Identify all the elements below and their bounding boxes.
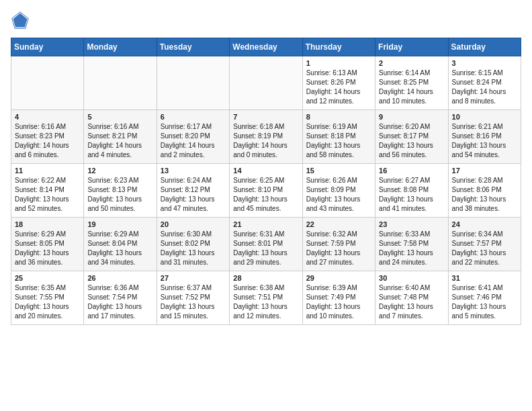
day-number: 26 (87, 274, 152, 282)
day-number: 1 (306, 59, 371, 67)
day-header-sunday: Sunday (11, 38, 84, 56)
calendar-week-2: 4Sunrise: 6:16 AM Sunset: 8:23 PM Daylig… (11, 110, 521, 164)
calendar-cell: 31Sunrise: 6:41 AM Sunset: 7:46 PM Dayli… (448, 271, 521, 325)
day-info: Sunrise: 6:31 AM Sunset: 8:01 PM Dayligh… (233, 230, 298, 267)
day-number: 18 (15, 220, 80, 228)
calendar-cell: 7Sunrise: 6:18 AM Sunset: 8:19 PM Daylig… (230, 110, 302, 164)
day-header-monday: Monday (84, 38, 157, 56)
day-number: 24 (452, 220, 517, 228)
day-info: Sunrise: 6:16 AM Sunset: 8:21 PM Dayligh… (87, 122, 152, 160)
calendar-cell: 1Sunrise: 6:13 AM Sunset: 8:26 PM Daylig… (302, 56, 375, 110)
calendar-cell (11, 56, 84, 110)
day-info: Sunrise: 6:37 AM Sunset: 7:52 PM Dayligh… (161, 283, 226, 321)
calendar-cell: 9Sunrise: 6:20 AM Sunset: 8:17 PM Daylig… (375, 110, 448, 164)
day-number: 3 (452, 59, 517, 67)
calendar-cell: 13Sunrise: 6:24 AM Sunset: 8:12 PM Dayli… (157, 164, 229, 218)
day-number: 4 (15, 113, 80, 121)
day-number: 21 (233, 220, 298, 228)
calendar-cell: 2Sunrise: 6:14 AM Sunset: 8:25 PM Daylig… (375, 56, 448, 110)
day-info: Sunrise: 6:18 AM Sunset: 8:19 PM Dayligh… (233, 122, 298, 160)
day-header-wednesday: Wednesday (230, 38, 302, 56)
calendar-cell: 26Sunrise: 6:36 AM Sunset: 7:54 PM Dayli… (84, 271, 157, 325)
day-number: 19 (87, 220, 152, 228)
day-info: Sunrise: 6:24 AM Sunset: 8:12 PM Dayligh… (161, 176, 226, 214)
calendar-cell: 27Sunrise: 6:37 AM Sunset: 7:52 PM Dayli… (157, 271, 229, 325)
day-number: 16 (379, 167, 444, 175)
day-header-saturday: Saturday (448, 38, 521, 56)
calendar-week-1: 1Sunrise: 6:13 AM Sunset: 8:26 PM Daylig… (11, 56, 521, 110)
day-number: 22 (306, 220, 371, 228)
calendar-cell (157, 56, 229, 110)
day-number: 28 (233, 274, 298, 282)
day-number: 23 (379, 220, 444, 228)
day-info: Sunrise: 6:15 AM Sunset: 8:24 PM Dayligh… (452, 68, 517, 106)
day-number: 8 (306, 113, 371, 121)
day-number: 20 (161, 220, 226, 228)
day-header-tuesday: Tuesday (157, 38, 229, 56)
calendar-cell: 15Sunrise: 6:26 AM Sunset: 8:09 PM Dayli… (302, 164, 375, 218)
day-info: Sunrise: 6:36 AM Sunset: 7:54 PM Dayligh… (87, 283, 152, 321)
day-info: Sunrise: 6:22 AM Sunset: 8:14 PM Dayligh… (15, 176, 80, 214)
calendar-cell (84, 56, 157, 110)
calendar-cell: 17Sunrise: 6:28 AM Sunset: 8:06 PM Dayli… (448, 164, 521, 218)
day-info: Sunrise: 6:27 AM Sunset: 8:08 PM Dayligh… (379, 176, 444, 214)
page-header (11, 11, 521, 30)
day-header-thursday: Thursday (302, 38, 375, 56)
calendar-cell: 30Sunrise: 6:40 AM Sunset: 7:48 PM Dayli… (375, 271, 448, 325)
calendar-cell: 20Sunrise: 6:30 AM Sunset: 8:02 PM Dayli… (157, 218, 229, 271)
calendar-cell: 3Sunrise: 6:15 AM Sunset: 8:24 PM Daylig… (448, 56, 521, 110)
day-info: Sunrise: 6:13 AM Sunset: 8:26 PM Dayligh… (306, 68, 371, 106)
calendar-cell: 6Sunrise: 6:17 AM Sunset: 8:20 PM Daylig… (157, 110, 229, 164)
calendar-week-5: 25Sunrise: 6:35 AM Sunset: 7:55 PM Dayli… (11, 271, 521, 325)
day-info: Sunrise: 6:28 AM Sunset: 8:06 PM Dayligh… (452, 176, 517, 214)
day-info: Sunrise: 6:34 AM Sunset: 7:57 PM Dayligh… (452, 230, 517, 267)
calendar-week-4: 18Sunrise: 6:29 AM Sunset: 8:05 PM Dayli… (11, 218, 521, 271)
calendar-table: SundayMondayTuesdayWednesdayThursdayFrid… (11, 38, 521, 325)
day-number: 29 (306, 274, 371, 282)
calendar-cell: 21Sunrise: 6:31 AM Sunset: 8:01 PM Dayli… (230, 218, 302, 271)
day-info: Sunrise: 6:35 AM Sunset: 7:55 PM Dayligh… (15, 283, 80, 321)
day-info: Sunrise: 6:25 AM Sunset: 8:10 PM Dayligh… (233, 176, 298, 214)
calendar-cell: 18Sunrise: 6:29 AM Sunset: 8:05 PM Dayli… (11, 218, 84, 271)
calendar-cell (230, 56, 302, 110)
day-info: Sunrise: 6:38 AM Sunset: 7:51 PM Dayligh… (233, 283, 298, 321)
day-number: 10 (452, 113, 517, 121)
calendar-cell: 12Sunrise: 6:23 AM Sunset: 8:13 PM Dayli… (84, 164, 157, 218)
logo-icon (11, 11, 30, 30)
day-number: 5 (87, 113, 152, 121)
logo (11, 11, 32, 30)
calendar-cell: 4Sunrise: 6:16 AM Sunset: 8:23 PM Daylig… (11, 110, 84, 164)
day-number: 25 (15, 274, 80, 282)
day-number: 27 (161, 274, 226, 282)
day-number: 15 (306, 167, 371, 175)
calendar-week-3: 11Sunrise: 6:22 AM Sunset: 8:14 PM Dayli… (11, 164, 521, 218)
calendar-cell: 5Sunrise: 6:16 AM Sunset: 8:21 PM Daylig… (84, 110, 157, 164)
day-info: Sunrise: 6:39 AM Sunset: 7:49 PM Dayligh… (306, 283, 371, 321)
day-info: Sunrise: 6:23 AM Sunset: 8:13 PM Dayligh… (87, 176, 152, 214)
day-number: 7 (233, 113, 298, 121)
day-info: Sunrise: 6:16 AM Sunset: 8:23 PM Dayligh… (15, 122, 80, 160)
calendar-cell: 28Sunrise: 6:38 AM Sunset: 7:51 PM Dayli… (230, 271, 302, 325)
calendar-cell: 14Sunrise: 6:25 AM Sunset: 8:10 PM Dayli… (230, 164, 302, 218)
day-info: Sunrise: 6:40 AM Sunset: 7:48 PM Dayligh… (379, 283, 444, 321)
day-number: 9 (379, 113, 444, 121)
day-info: Sunrise: 6:26 AM Sunset: 8:09 PM Dayligh… (306, 176, 371, 214)
day-number: 6 (161, 113, 226, 121)
calendar-cell: 29Sunrise: 6:39 AM Sunset: 7:49 PM Dayli… (302, 271, 375, 325)
day-info: Sunrise: 6:21 AM Sunset: 8:16 PM Dayligh… (452, 122, 517, 160)
calendar-cell: 16Sunrise: 6:27 AM Sunset: 8:08 PM Dayli… (375, 164, 448, 218)
calendar-cell: 19Sunrise: 6:29 AM Sunset: 8:04 PM Dayli… (84, 218, 157, 271)
day-info: Sunrise: 6:17 AM Sunset: 8:20 PM Dayligh… (161, 122, 226, 160)
day-info: Sunrise: 6:29 AM Sunset: 8:05 PM Dayligh… (15, 230, 80, 267)
day-number: 12 (87, 167, 152, 175)
calendar-cell: 8Sunrise: 6:19 AM Sunset: 8:18 PM Daylig… (302, 110, 375, 164)
day-number: 14 (233, 167, 298, 175)
day-info: Sunrise: 6:33 AM Sunset: 7:58 PM Dayligh… (379, 230, 444, 267)
calendar-cell: 11Sunrise: 6:22 AM Sunset: 8:14 PM Dayli… (11, 164, 84, 218)
day-info: Sunrise: 6:29 AM Sunset: 8:04 PM Dayligh… (87, 230, 152, 267)
header-row: SundayMondayTuesdayWednesdayThursdayFrid… (11, 38, 521, 56)
day-number: 2 (379, 59, 444, 67)
calendar-cell: 25Sunrise: 6:35 AM Sunset: 7:55 PM Dayli… (11, 271, 84, 325)
day-info: Sunrise: 6:30 AM Sunset: 8:02 PM Dayligh… (161, 230, 226, 267)
day-info: Sunrise: 6:14 AM Sunset: 8:25 PM Dayligh… (379, 68, 444, 106)
